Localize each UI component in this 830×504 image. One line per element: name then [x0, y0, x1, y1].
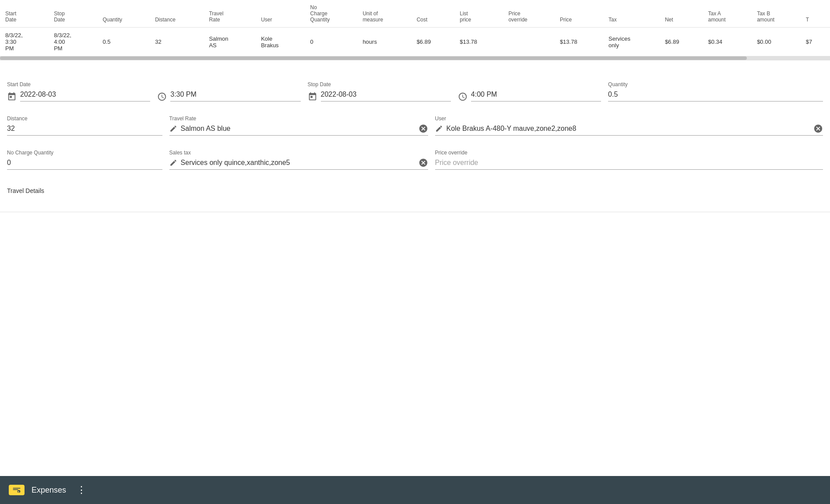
- horizontal-scrollbar[interactable]: [0, 56, 830, 60]
- col-header-travel-rate: Travel Rate: [204, 0, 256, 28]
- footer-title: Expenses: [32, 486, 66, 495]
- col-header-tax: Tax: [603, 0, 660, 28]
- no-charge-qty-label: No Charge Quantity: [7, 150, 162, 156]
- cell-quantity: 0.5: [97, 28, 150, 56]
- stop-time-with-icon: 4:00 PM: [458, 89, 601, 102]
- form-row-1: Start Date 2022-08-03 3:30 PM Stop Date: [7, 81, 823, 102]
- user-value[interactable]: Kole Brakus A-480-Y mauve,zone2,zone8: [435, 123, 823, 136]
- calendar-icon: [7, 92, 17, 102]
- footer-bar: $ Expenses ⋮: [0, 476, 830, 504]
- cell-start-date: 8/3/22, 3:30 PM: [0, 28, 49, 56]
- col-header-unit-of-measure: Unit of measure: [357, 0, 411, 28]
- col-header-net: Net: [660, 0, 703, 28]
- stop-time-value[interactable]: 4:00 PM: [471, 89, 601, 102]
- price-override-field: Price override Price override: [435, 150, 823, 170]
- col-header-user: User: [256, 0, 305, 28]
- col-header-t: T: [801, 0, 830, 28]
- svg-rect-2: [13, 489, 18, 490]
- form-row-2: Distance 32 Travel Rate Salmon AS blue U…: [7, 116, 823, 136]
- quantity-label: Quantity: [608, 81, 823, 88]
- data-table: Start Date Stop Date Quantity Distance T…: [0, 0, 830, 60]
- cell-no-charge-qty: 0: [305, 28, 358, 56]
- user-clear-icon[interactable]: [813, 124, 823, 133]
- travel-details-label: Travel Details: [7, 187, 823, 201]
- footer-menu-icon[interactable]: ⋮: [77, 484, 87, 496]
- start-date-field: Start Date 2022-08-03: [7, 81, 157, 102]
- cell-net: $6.89: [660, 28, 703, 56]
- sales-tax-edit-icon[interactable]: [169, 159, 177, 167]
- quantity-field: Quantity 0.5: [608, 81, 823, 102]
- user-text: Kole Brakus A-480-Y mauve,zone2,zone8: [447, 125, 810, 133]
- travel-rate-edit-icon[interactable]: [169, 125, 177, 133]
- stop-time-field: 4:00 PM: [458, 81, 608, 102]
- travel-rate-text: Salmon AS blue: [181, 125, 415, 133]
- sales-tax-field: Sales tax Services only quince,xanthic,z…: [169, 150, 435, 170]
- travel-details-section: Travel Details: [7, 184, 823, 212]
- divider: [0, 212, 830, 212]
- travel-rate-field: Travel Rate Salmon AS blue: [169, 116, 435, 136]
- sales-tax-value[interactable]: Services only quince,xanthic,zone5: [169, 158, 428, 170]
- user-label: User: [435, 116, 823, 122]
- quantity-value[interactable]: 0.5: [608, 89, 823, 102]
- form-section: Start Date 2022-08-03 3:30 PM Stop Date: [0, 60, 830, 212]
- distance-label: Distance: [7, 116, 162, 122]
- col-header-distance: Distance: [150, 0, 204, 28]
- cell-price: $13.78: [555, 28, 603, 56]
- stop-date-label: Stop Date: [308, 81, 451, 88]
- calendar-icon-stop: [308, 92, 317, 102]
- col-header-start-date: Start Date: [0, 0, 49, 28]
- col-header-tax-a-amount: Tax A amount: [703, 0, 752, 28]
- cell-tax-a-amount: $0.34: [703, 28, 752, 56]
- distance-value[interactable]: 32: [7, 123, 162, 136]
- table-row[interactable]: 8/3/22, 3:30 PM 8/3/22, 4:00 PM 0.5 32 S…: [0, 28, 830, 56]
- cell-price-override: [503, 28, 554, 56]
- cell-user: Kole Brakus: [256, 28, 305, 56]
- start-time-with-icon: 3:30 PM: [157, 89, 300, 102]
- no-charge-qty-value[interactable]: 0: [7, 158, 162, 170]
- clock-icon-stop: [458, 92, 468, 102]
- travel-rate-value[interactable]: Salmon AS blue: [169, 123, 428, 136]
- start-date-label: Start Date: [7, 81, 150, 88]
- stop-date-value[interactable]: 2022-08-03: [321, 89, 451, 102]
- sales-tax-label: Sales tax: [169, 150, 428, 156]
- sales-tax-clear-icon[interactable]: [419, 158, 428, 168]
- price-override-value[interactable]: Price override: [435, 158, 823, 170]
- cell-t: $7: [801, 28, 830, 56]
- form-row-3: No Charge Quantity 0 Sales tax Services …: [7, 150, 823, 170]
- start-time-field: 3:30 PM: [157, 81, 307, 102]
- start-date-with-icon: 2022-08-03: [7, 89, 150, 102]
- user-edit-icon[interactable]: [435, 125, 443, 133]
- stop-date-field: Stop Date 2022-08-03: [308, 81, 458, 102]
- cell-unit-of-measure: hours: [357, 28, 411, 56]
- no-charge-qty-field: No Charge Quantity 0: [7, 150, 169, 170]
- col-header-tax-b-amount: Tax B amount: [752, 0, 801, 28]
- start-date-value[interactable]: 2022-08-03: [20, 89, 150, 102]
- cell-list-price: $13.78: [454, 28, 503, 56]
- cell-travel-rate: Salmon AS: [204, 28, 256, 56]
- clock-icon-start: [157, 92, 167, 102]
- cell-tax: Services only: [603, 28, 660, 56]
- cell-distance: 32: [150, 28, 204, 56]
- svg-rect-1: [13, 488, 21, 489]
- col-header-price-override: Price override: [503, 0, 554, 28]
- svg-text:$: $: [18, 490, 20, 494]
- cell-cost: $6.89: [411, 28, 455, 56]
- stop-date-with-icon: 2022-08-03: [308, 89, 451, 102]
- user-field: User Kole Brakus A-480-Y mauve,zone2,zon…: [435, 116, 823, 136]
- travel-rate-clear-icon[interactable]: [419, 124, 428, 133]
- sales-tax-text: Services only quince,xanthic,zone5: [181, 159, 415, 167]
- col-header-no-charge-qty: No Charge Quantity: [305, 0, 358, 28]
- col-header-stop-date: Stop Date: [49, 0, 97, 28]
- col-header-quantity: Quantity: [97, 0, 150, 28]
- col-header-list-price: List price: [454, 0, 503, 28]
- cell-stop-date: 8/3/22, 4:00 PM: [49, 28, 97, 56]
- price-override-placeholder: Price override: [435, 159, 478, 167]
- expenses-icon: $: [9, 485, 25, 495]
- price-override-label: Price override: [435, 150, 823, 156]
- travel-rate-label: Travel Rate: [169, 116, 428, 122]
- distance-field: Distance 32: [7, 116, 169, 136]
- cell-tax-b-amount: $0.00: [752, 28, 801, 56]
- col-header-cost: Cost: [411, 0, 455, 28]
- start-time-value[interactable]: 3:30 PM: [170, 89, 300, 102]
- col-header-price: Price: [555, 0, 603, 28]
